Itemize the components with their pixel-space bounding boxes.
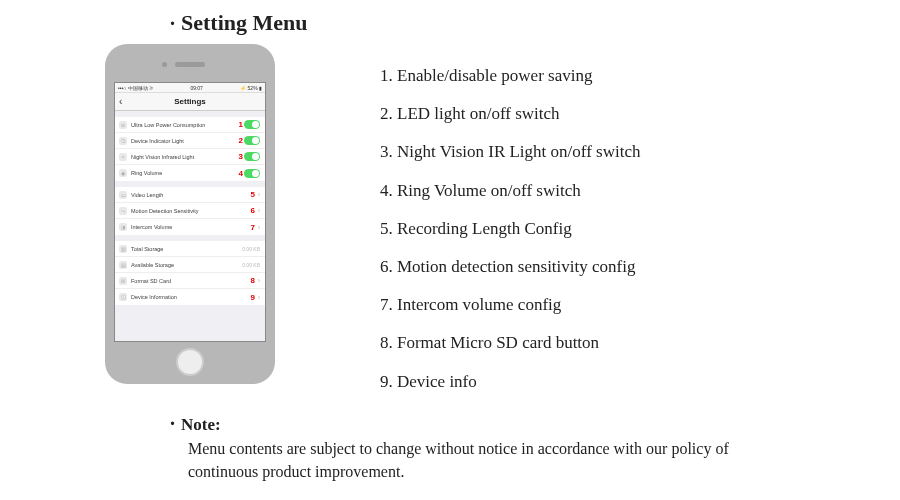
chevron-right-icon: › (258, 277, 260, 284)
row-label: Video Length (131, 192, 255, 198)
row-annotation-number: 8 (251, 276, 255, 285)
chevron-right-icon: › (258, 224, 260, 231)
row-annotation-number: 6 (251, 206, 255, 215)
nav-title: Settings (174, 97, 206, 106)
row-label: Intercom Volume (131, 224, 255, 230)
row-label: Total Storage (131, 246, 240, 252)
row-icon: ▥ (119, 245, 127, 253)
row-label: Ring Volume (131, 170, 244, 176)
legend-item: 9. Device info (380, 368, 900, 395)
row-icon: ❍ (119, 137, 127, 145)
status-time: 09:07 (190, 85, 203, 91)
row-icon: ▤ (119, 261, 127, 269)
legend-item: 5. Recording Length Config (380, 215, 900, 242)
row-annotation-number: 5 (251, 190, 255, 199)
row-label: Available Storage (131, 262, 240, 268)
note-bullet: · (170, 412, 175, 435)
row-annotation-number: 9 (251, 293, 255, 302)
row-label: Night Vision Infrared Light (131, 154, 244, 160)
phone-camera-dot (162, 62, 167, 67)
legend-item: 7. Intercom volume config (380, 291, 900, 318)
status-left: •••○ 中国移动 ⚞ (118, 85, 153, 91)
row-label: Device Indicator Light (131, 138, 244, 144)
settings-row[interactable]: ▭Video Length5› (115, 187, 265, 203)
settings-group: ▥Total Storage0.00 KB▤Available Storage0… (115, 241, 265, 305)
row-icon: ⤳ (119, 207, 127, 215)
section-heading: · Setting Menu (170, 10, 900, 36)
legend-list: 1. Enable/disable power saving2. LED lig… (380, 62, 900, 395)
row-label: Ultra Low Power Consumption (131, 122, 244, 128)
row-label: Motion Detection Sensitivity (131, 208, 255, 214)
row-annotation-number: 1 (239, 120, 243, 129)
settings-row[interactable]: ◉Ring Volume4 (115, 165, 265, 181)
home-button[interactable] (176, 348, 204, 376)
settings-row[interactable]: ⊟Format SD Card8› (115, 273, 265, 289)
settings-group: ▭Video Length5›⤳Motion Detection Sensiti… (115, 187, 265, 235)
back-button[interactable]: ‹ (119, 96, 122, 107)
toggle-switch[interactable] (244, 152, 260, 161)
chevron-right-icon: › (258, 207, 260, 214)
heading-text: Setting Menu (181, 10, 308, 36)
settings-row[interactable]: ◑Intercom Volume7› (115, 219, 265, 235)
legend-item: 2. LED light on/off switch (380, 100, 900, 127)
row-annotation-number: 7 (251, 223, 255, 232)
phone-frame: •••○ 中国移动 ⚞ 09:07 ⚡ 52% ▮ ‹ Settings ⊘Ul… (105, 44, 275, 384)
phone-speaker (175, 62, 205, 67)
status-bar: •••○ 中国移动 ⚞ 09:07 ⚡ 52% ▮ (115, 83, 265, 93)
chevron-right-icon: › (258, 294, 260, 301)
settings-row[interactable]: ⓘDevice Information9› (115, 289, 265, 305)
row-label: Format SD Card (131, 278, 255, 284)
row-icon: ⊟ (119, 277, 127, 285)
row-annotation-number: 4 (239, 169, 243, 178)
settings-row: ▥Total Storage0.00 KB (115, 241, 265, 257)
note-text: Menu contents are subject to change with… (188, 437, 790, 483)
chevron-right-icon: › (258, 191, 260, 198)
row-annotation-number: 2 (239, 136, 243, 145)
toggle-switch[interactable] (244, 120, 260, 129)
row-icon: ◉ (119, 169, 127, 177)
settings-row[interactable]: ✧Night Vision Infrared Light3 (115, 149, 265, 165)
phone-screen: •••○ 中国移动 ⚞ 09:07 ⚡ 52% ▮ ‹ Settings ⊘Ul… (114, 82, 266, 342)
row-label: Device Information (131, 294, 255, 300)
legend-item: 3. Night Vision IR Light on/off switch (380, 138, 900, 165)
settings-row[interactable]: ⤳Motion Detection Sensitivity6› (115, 203, 265, 219)
toggle-switch[interactable] (244, 136, 260, 145)
settings-group: ⊘Ultra Low Power Consumption1❍Device Ind… (115, 117, 265, 181)
status-right: ⚡ 52% ▮ (240, 85, 262, 91)
toggle-switch[interactable] (244, 169, 260, 178)
note-heading: · Note: (170, 412, 790, 435)
legend-item: 1. Enable/disable power saving (380, 62, 900, 89)
row-value: 0.00 KB (242, 262, 260, 268)
note-label: Note: (181, 415, 221, 435)
legend-item: 6. Motion detection sensitivity config (380, 253, 900, 280)
row-icon: ◑ (119, 223, 127, 231)
row-icon: ⓘ (119, 293, 127, 301)
settings-row: ▤Available Storage0.00 KB (115, 257, 265, 273)
legend-item: 8. Format Micro SD card button (380, 329, 900, 356)
row-icon: ✧ (119, 153, 127, 161)
row-icon: ⊘ (119, 121, 127, 129)
settings-row[interactable]: ⊘Ultra Low Power Consumption1 (115, 117, 265, 133)
settings-row[interactable]: ❍Device Indicator Light2 (115, 133, 265, 149)
row-icon: ▭ (119, 191, 127, 199)
row-annotation-number: 3 (239, 152, 243, 161)
row-value: 0.00 KB (242, 246, 260, 252)
heading-bullet: · (170, 12, 175, 35)
legend-item: 4. Ring Volume on/off switch (380, 177, 900, 204)
nav-bar: ‹ Settings (115, 93, 265, 111)
